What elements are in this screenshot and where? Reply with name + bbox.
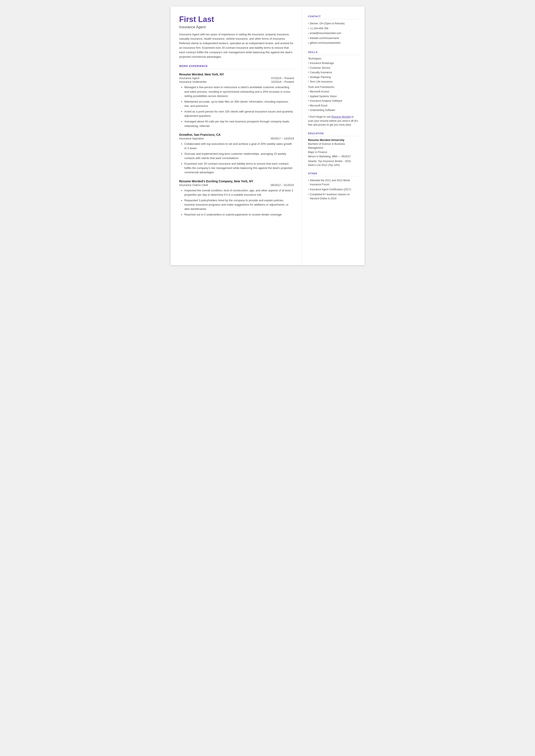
bullet-2-2: Oversaw and implemented long-term custom… bbox=[184, 152, 294, 160]
job-block-2: Growthsi, San Francisco, CA Insurance Ap… bbox=[179, 133, 294, 175]
role-title-1b: Insurance Underwriter bbox=[179, 80, 207, 83]
edu-minor: Minors in Marketing, MBA — 05/2017 bbox=[308, 154, 358, 158]
skill-tool-4: Underwriting Software bbox=[308, 108, 358, 113]
skill-technique-0: Insurance Brokerage bbox=[308, 61, 358, 66]
job-title: Insurance Agent bbox=[179, 25, 294, 29]
contact-item-1: +1-234-456-789 bbox=[308, 26, 358, 31]
edu-degree: Bachelor of Science in Business Manageme… bbox=[308, 142, 358, 150]
bullet-1-3: Acted as a point person for over 100 cli… bbox=[184, 109, 294, 118]
job-block-3: Resume Worded's Exciting Company, New Yo… bbox=[179, 180, 294, 217]
skill-tool-0: Microsoft Access bbox=[308, 90, 358, 94]
role-row-1b: Insurance Underwriter 10/2018 – Present bbox=[179, 80, 294, 83]
contact-item-4: github.com/resumeworded bbox=[308, 41, 358, 46]
skill-technique-4: Term Life Insurance bbox=[308, 79, 358, 84]
bullet-2-1: Collaborated with top executives to set … bbox=[184, 142, 294, 151]
company-name-1: Resume Worded, New York, NY bbox=[179, 72, 294, 76]
contact-section: CONTACT Denver, OH (Open to Remote) +1-2… bbox=[308, 15, 358, 46]
role-dates-2a: 05/2017 – 10/2019 bbox=[270, 137, 294, 140]
contact-section-title: CONTACT bbox=[308, 15, 358, 19]
skills-section: SKILLS Techniques: Insurance Brokerage C… bbox=[308, 51, 358, 127]
role-row-2a: Insurance Appraiser 05/2017 – 10/2019 bbox=[179, 137, 294, 140]
role-row-3a: Insurance Claims Clerk 08/2012 – 01/2015 bbox=[179, 183, 294, 187]
promo-link[interactable]: Resume Worded bbox=[331, 115, 351, 118]
skill-tool-2: Insurance Analysis Software bbox=[308, 99, 358, 103]
bullet-3-3: Reached out to 5 underwriters to submit … bbox=[184, 212, 294, 217]
skills-section-title: SKILLS bbox=[308, 51, 358, 55]
promo-text: • Don't forget to use Resume Worded to s… bbox=[308, 115, 358, 127]
education-section-title: EDUCATION bbox=[308, 132, 358, 136]
contact-item-3: linkedin.com/in/username bbox=[308, 36, 358, 41]
bullet-3-1: Inspected the overall condition, kind of… bbox=[184, 188, 294, 197]
bullet-1-4: Averaged about 40 calls per day for new … bbox=[184, 119, 294, 128]
techniques-label: Techniques: bbox=[308, 57, 358, 60]
role-dates-3a: 08/2012 – 01/2015 bbox=[270, 183, 294, 187]
promo-before: Don't forget to use bbox=[310, 115, 331, 118]
edu-school: Resume Worded University bbox=[308, 138, 358, 142]
resume-page: First Last Insurance Agent Insurance Age… bbox=[171, 7, 365, 265]
company-name-2: Growthsi, San Francisco, CA bbox=[179, 133, 294, 136]
skill-technique-2: Casualty Insurance bbox=[308, 70, 358, 75]
other-section-title: OTHER bbox=[308, 172, 358, 176]
bullet-list-3: Inspected the overall condition, kind of… bbox=[179, 188, 294, 217]
edu-major: Major in Finance bbox=[308, 150, 358, 154]
skill-technique-1: Customer Service bbox=[308, 66, 358, 70]
skill-technique-3: Strategic Planning bbox=[308, 75, 358, 80]
education-section: EDUCATION Resume Worded University Bache… bbox=[308, 132, 358, 167]
bullet-3-2: Requested 3 policyholders hired by the c… bbox=[184, 198, 294, 211]
summary-text: Insurance Agent with ten years of experi… bbox=[179, 32, 294, 59]
other-section: OTHER Attended the 2011 and 2013 World I… bbox=[308, 172, 358, 201]
bullet-1-1: Managed a five-person team to restructur… bbox=[184, 85, 294, 98]
other-item-0: Attended the 2011 and 2013 World Insuran… bbox=[308, 179, 358, 187]
tools-label: Tools and Frameworks: bbox=[308, 86, 358, 89]
left-column: First Last Insurance Agent Insurance Age… bbox=[171, 7, 302, 265]
role-title-2a: Insurance Appraiser bbox=[179, 137, 204, 140]
role-row-1a: Insurance Agent 07/2019 – Present bbox=[179, 76, 294, 80]
skill-tool-3: Microsoft Excel bbox=[308, 103, 358, 108]
contact-item-0: Denver, OH (Open to Remote) bbox=[308, 21, 358, 26]
other-item-2: Completed 8+ business classes on Harvard… bbox=[308, 192, 358, 201]
right-column: CONTACT Denver, OH (Open to Remote) +1-2… bbox=[302, 7, 365, 265]
bullet-list-1: Managed a five-person team to restructur… bbox=[179, 85, 294, 128]
skill-tool-1: Applied Systems Vision bbox=[308, 94, 358, 99]
role-title-3a: Insurance Claims Clerk bbox=[179, 183, 208, 187]
candidate-name: First Last bbox=[179, 15, 294, 24]
contact-item-2: email@resumeworded.com bbox=[308, 31, 358, 36]
bullet-list-2: Collaborated with top executives to set … bbox=[179, 142, 294, 175]
work-experience-title: WORK EXPERIENCE bbox=[179, 65, 294, 69]
job-block-1: Resume Worded, New York, NY Insurance Ag… bbox=[179, 72, 294, 128]
bullet-1-2: Maintained accurate, up-to-date files on… bbox=[184, 99, 294, 108]
bullet-2-3: Examined over 20 contract insurance and … bbox=[184, 162, 294, 175]
edu-awards: Awards: Top Insurance Broker - 2016, Dea… bbox=[308, 159, 358, 167]
role-dates-1b: 10/2018 – Present bbox=[271, 80, 294, 83]
role-dates-1a: 07/2019 – Present bbox=[271, 76, 294, 80]
other-item-1: Insurance Agent Certification (2017) bbox=[308, 187, 358, 192]
company-name-3: Resume Worded's Exciting Company, New Yo… bbox=[179, 180, 294, 183]
role-title-1a: Insurance Agent bbox=[179, 76, 200, 80]
